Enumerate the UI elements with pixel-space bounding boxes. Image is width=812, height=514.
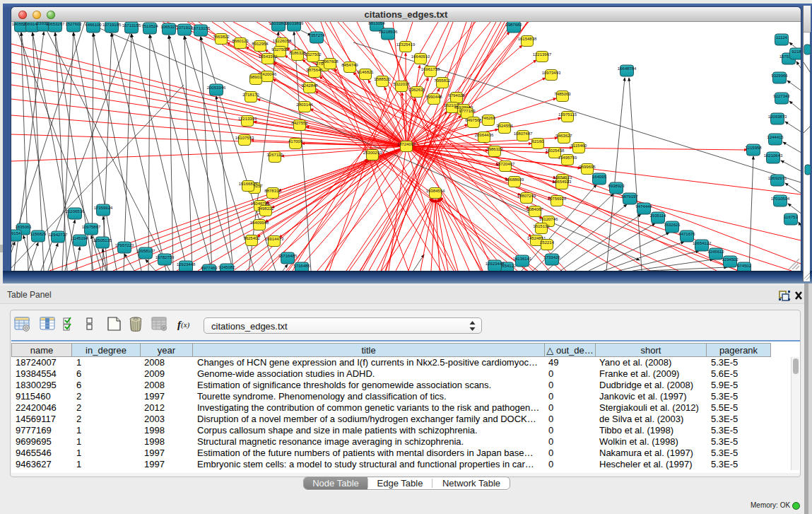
- svg-text:3267110: 3267110: [267, 153, 284, 157]
- svg-text:8454749: 8454749: [341, 63, 358, 67]
- svg-text:9234502: 9234502: [722, 257, 739, 262]
- svg-text:9474444: 9474444: [635, 204, 652, 209]
- svg-text:7625402: 7625402: [243, 236, 260, 240]
- svg-text:18807249: 18807249: [517, 194, 536, 198]
- svg-text:17010504: 17010504: [771, 197, 790, 201]
- svg-text:3624554: 3624554: [496, 124, 513, 128]
- svg-text:1145194: 1145194: [72, 236, 89, 240]
- svg-text:10756928: 10756928: [548, 197, 567, 201]
- svg-text:2967608: 2967608: [322, 59, 339, 64]
- svg-text:16961758: 16961758: [421, 67, 440, 71]
- svg-text:12942737: 12942737: [49, 233, 68, 237]
- svg-text:9327503: 9327503: [271, 47, 288, 52]
- svg-text:1615132: 1615132: [533, 224, 550, 228]
- svg-text:10719185: 10719185: [102, 23, 122, 27]
- svg-text:15409948: 15409948: [250, 221, 269, 225]
- svg-text:417006: 417006: [288, 139, 303, 144]
- svg-text:16107553: 16107553: [235, 136, 254, 140]
- svg-text:12325419: 12325419: [396, 42, 416, 47]
- svg-text:7357274: 7357274: [308, 33, 325, 37]
- svg-text:12505135: 12505135: [93, 238, 112, 243]
- svg-text:13495759: 13495759: [558, 156, 577, 160]
- svg-text:12923448: 12923448: [486, 262, 505, 266]
- svg-text:9699695: 9699695: [579, 165, 596, 169]
- svg-text:1065327: 1065327: [160, 25, 177, 29]
- svg-text:10688609: 10688609: [505, 177, 524, 182]
- svg-text:2935114: 2935114: [650, 214, 667, 218]
- svg-text:252214: 252214: [540, 240, 555, 245]
- svg-text:12213967: 12213967: [533, 52, 552, 57]
- svg-text:1362615: 1362615: [408, 88, 425, 92]
- svg-text:10654122: 10654122: [693, 241, 712, 245]
- svg-text:116753: 116753: [784, 215, 798, 219]
- svg-text:10973493: 10973493: [542, 71, 561, 75]
- svg-text:7632621: 7632621: [664, 223, 681, 227]
- svg-text:11124: 11124: [776, 35, 787, 40]
- svg-text:10653267: 10653267: [46, 22, 65, 26]
- svg-text:10958107: 10958107: [136, 249, 155, 253]
- svg-text:8427552: 8427552: [291, 121, 308, 125]
- svg-text:19166825: 19166825: [239, 182, 258, 186]
- svg-text:16914473: 16914473: [265, 237, 284, 241]
- svg-text:20206536: 20206536: [66, 209, 85, 214]
- svg-text:9218: 9218: [792, 49, 801, 54]
- svg-text:10807487: 10807487: [514, 132, 533, 136]
- svg-text:8813054: 8813054: [368, 22, 385, 25]
- svg-text:7986322: 7986322: [486, 147, 503, 151]
- svg-text:20364436: 20364436: [475, 133, 494, 137]
- svg-text:8990448: 8990448: [425, 95, 442, 99]
- svg-text:746266: 746266: [481, 116, 496, 120]
- svg-text:3215958: 3215958: [745, 146, 762, 150]
- svg-text:16782759: 16782759: [155, 255, 175, 259]
- svg-text:13975115: 13975115: [558, 112, 577, 117]
- svg-text:2718170: 2718170: [242, 93, 259, 97]
- svg-text:16640910: 16640910: [411, 54, 430, 59]
- svg-text:7955812: 7955812: [434, 78, 451, 83]
- svg-text:10975867: 10975867: [82, 225, 101, 229]
- svg-text:16713155: 16713155: [192, 26, 211, 30]
- svg-text:9242848: 9242848: [301, 83, 318, 88]
- svg-text:16154838: 16154838: [518, 37, 537, 41]
- svg-text:6879197: 6879197: [621, 194, 638, 199]
- svg-text:9227343: 9227343: [773, 94, 790, 98]
- svg-text:7485063: 7485063: [554, 92, 571, 96]
- svg-text:1156829: 1156829: [30, 232, 47, 236]
- svg-text:9245612: 9245612: [707, 250, 724, 254]
- svg-text:9245082: 9245082: [218, 265, 235, 269]
- svg-text:25300293: 25300293: [363, 151, 382, 155]
- svg-text:5716485: 5716485: [293, 264, 310, 268]
- svg-text:62160: 62160: [532, 139, 544, 144]
- svg-text:974502: 974502: [737, 264, 752, 268]
- svg-text:16543362: 16543362: [259, 54, 278, 59]
- svg-text:16033809: 16033809: [285, 22, 304, 25]
- svg-text:39154: 39154: [11, 231, 21, 235]
- svg-text:2803144: 2803144: [296, 103, 313, 107]
- svg-text:8938923: 8938923: [608, 184, 625, 188]
- svg-text:18724007: 18724007: [397, 142, 416, 146]
- svg-text:(x): (x): [181, 320, 190, 329]
- svg-text:10025438: 10025438: [546, 148, 565, 153]
- svg-text:16210643: 16210643: [764, 153, 783, 158]
- svg-text:8660123: 8660123: [232, 39, 249, 43]
- svg-text:8471676: 8471676: [678, 232, 695, 236]
- svg-text:17359924: 17359924: [94, 206, 113, 210]
- svg-text:12093873: 12093873: [768, 115, 787, 119]
- svg-text:6497568: 6497568: [465, 118, 482, 122]
- svg-text:1733426: 1733426: [543, 255, 560, 259]
- svg-text:8912954: 8912954: [252, 42, 269, 46]
- svg-text:16713155: 16713155: [122, 23, 141, 28]
- svg-text:7513524: 7513524: [141, 24, 158, 28]
- svg-text:9327502: 9327502: [305, 52, 322, 57]
- svg-text:16648784: 16648784: [618, 66, 637, 71]
- svg-text:19218506: 19218506: [379, 30, 398, 34]
- svg-text:9777169: 9777169: [459, 109, 476, 113]
- svg-text:8878312: 8878312: [264, 189, 281, 193]
- svg-text:9084067: 9084067: [526, 207, 543, 211]
- svg-text:1588520: 1588520: [374, 77, 391, 81]
- svg-text:164095: 164095: [592, 175, 607, 179]
- svg-text:13226058: 13226058: [273, 39, 292, 43]
- svg-text:15716485: 15716485: [278, 254, 298, 258]
- svg-text:8977463: 8977463: [201, 266, 218, 270]
- svg-text:5322037: 5322037: [393, 82, 410, 86]
- svg-text:98901: 98901: [250, 75, 262, 79]
